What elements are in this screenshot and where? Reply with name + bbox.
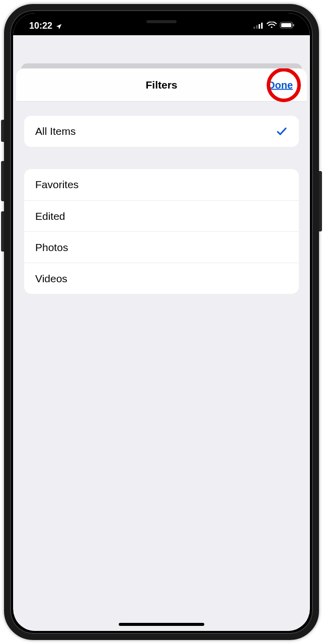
- filter-row-edited[interactable]: Edited: [24, 200, 299, 231]
- filter-row-photos[interactable]: Photos: [24, 231, 299, 263]
- filters-sheet: Filters Done All Items: [16, 68, 307, 631]
- checkmark-icon: [276, 125, 288, 137]
- filter-row-label: Favorites: [35, 179, 78, 191]
- filter-row-favorites[interactable]: Favorites: [24, 169, 299, 200]
- home-indicator[interactable]: [119, 623, 204, 626]
- filter-row-label: Edited: [35, 210, 65, 222]
- wifi-icon: [267, 21, 277, 31]
- screen: 10:22: [13, 13, 310, 631]
- svg-rect-1: [256, 25, 258, 29]
- svg-rect-2: [259, 24, 260, 29]
- filter-row-label: Videos: [35, 273, 67, 285]
- svg-rect-7: [293, 24, 294, 26]
- svg-rect-3: [261, 23, 263, 29]
- svg-rect-6: [281, 23, 291, 27]
- svg-point-4: [271, 26, 272, 28]
- filter-row-all-items[interactable]: All Items: [24, 116, 299, 147]
- location-arrow-icon: [55, 22, 62, 29]
- status-time: 10:22: [29, 21, 52, 31]
- sheet-body: All Items Favorites Edited Pho: [16, 102, 307, 308]
- filter-row-videos[interactable]: Videos: [24, 263, 299, 294]
- sheet-header: Filters Done: [16, 68, 307, 102]
- done-button[interactable]: Done: [268, 79, 293, 91]
- phone-frame: 10:22: [4, 4, 319, 640]
- filter-group-options: Favorites Edited Photos Videos: [24, 169, 299, 294]
- filter-row-label: All Items: [35, 125, 76, 137]
- battery-icon: [280, 21, 295, 31]
- device-notch: [109, 13, 214, 29]
- svg-rect-0: [254, 27, 255, 29]
- filter-row-label: Photos: [35, 242, 68, 254]
- filter-group-primary: All Items: [24, 116, 299, 147]
- cellular-signal-icon: [254, 21, 264, 31]
- sheet-title: Filters: [145, 79, 177, 91]
